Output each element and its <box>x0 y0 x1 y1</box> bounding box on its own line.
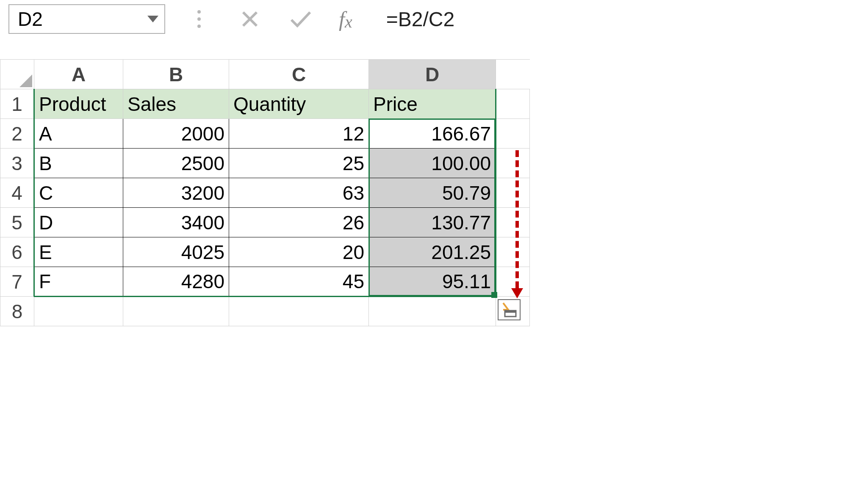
cell-C8[interactable] <box>229 297 369 326</box>
svg-point-1 <box>197 10 201 14</box>
fx-icon[interactable]: fx <box>339 7 361 31</box>
cell-A8[interactable] <box>34 297 123 326</box>
data-row-5: 5 D 3400 26 130.77 <box>0 208 530 237</box>
cell-B5[interactable]: 3400 <box>123 208 229 237</box>
cell-A3[interactable]: B <box>34 149 123 178</box>
row-hdr-3[interactable]: 3 <box>0 149 34 178</box>
row-hdr-4[interactable]: 4 <box>0 178 34 208</box>
svg-marker-0 <box>147 16 158 22</box>
name-box[interactable]: D2 <box>8 4 165 34</box>
cell-C2[interactable]: 12 <box>229 119 369 149</box>
formula-bar: D2 fx =B2/C2 <box>0 0 856 38</box>
cell-B4[interactable]: 3200 <box>123 178 229 208</box>
name-box-dropdown-icon[interactable] <box>147 5 159 33</box>
select-all-corner[interactable] <box>0 60 34 89</box>
data-row-6: 6 E 4025 20 201.25 <box>0 237 530 267</box>
col-hdr-C[interactable]: C <box>229 60 369 89</box>
cell-D7[interactable]: 95.11 <box>369 267 496 297</box>
cell-C7[interactable]: 45 <box>229 267 369 297</box>
svg-rect-7 <box>505 311 516 313</box>
column-header-row: A B C D <box>0 60 530 89</box>
cell-A6[interactable]: E <box>34 237 123 267</box>
blank-cell[interactable] <box>496 89 530 119</box>
cell-A7[interactable]: F <box>34 267 123 297</box>
data-row-7: 7 F 4280 45 95.11 <box>0 267 530 297</box>
cell-D8[interactable] <box>369 297 496 326</box>
row-hdr-5[interactable]: 5 <box>0 208 34 237</box>
row-hdr-8[interactable]: 8 <box>0 297 34 326</box>
cell-C4[interactable]: 63 <box>229 178 369 208</box>
cell-C3[interactable]: 25 <box>229 149 369 178</box>
cell-B7[interactable]: 4280 <box>123 267 229 297</box>
hdr-sales[interactable]: Sales <box>123 89 229 119</box>
cell-B3[interactable]: 2500 <box>123 149 229 178</box>
cell-reference: D2 <box>18 8 43 30</box>
col-hdr-B[interactable]: B <box>123 60 229 89</box>
data-row-1: 1 Product Sales Quantity Price <box>0 89 530 119</box>
confirm-formula-icon[interactable] <box>288 6 313 32</box>
cancel-formula-icon[interactable] <box>237 6 263 32</box>
vertical-grip-icon[interactable] <box>186 6 212 32</box>
cell-B8[interactable] <box>123 297 229 326</box>
col-hdr-blank[interactable] <box>496 60 530 89</box>
cell-C5[interactable]: 26 <box>229 208 369 237</box>
hdr-product[interactable]: Product <box>34 89 123 119</box>
cell-D5[interactable]: 130.77 <box>369 208 496 237</box>
drag-direction-arrow <box>513 150 521 298</box>
row-hdr-2[interactable]: 2 <box>0 119 34 149</box>
hdr-price[interactable]: Price <box>369 89 496 119</box>
data-row-4: 4 C 3200 63 50.79 <box>0 178 530 208</box>
cell-A4[interactable]: C <box>34 178 123 208</box>
cell-D4[interactable]: 50.79 <box>369 178 496 208</box>
cell-C6[interactable]: 20 <box>229 237 369 267</box>
formula-text: =B2/C2 <box>386 8 454 31</box>
cell-B6[interactable]: 4025 <box>123 237 229 267</box>
spreadsheet-grid[interactable]: A B C D 1 Product Sales Quantity Price 2… <box>0 59 530 326</box>
row-hdr-7[interactable]: 7 <box>0 267 34 297</box>
data-row-2: 2 A 2000 12 166.67 <box>0 119 530 149</box>
formula-bar-buttons: fx <box>178 4 369 34</box>
cell-A5[interactable]: D <box>34 208 123 237</box>
cell-D2[interactable]: 166.67 <box>369 119 496 149</box>
cell-D3[interactable]: 100.00 <box>369 149 496 178</box>
cell-D6[interactable]: 201.25 <box>369 237 496 267</box>
blank-cell[interactable] <box>496 119 530 149</box>
data-row-3: 3 B 2500 25 100.00 <box>0 149 530 178</box>
col-hdr-D[interactable]: D <box>369 60 496 89</box>
formula-input[interactable]: =B2/C2 <box>382 4 848 34</box>
cell-B2[interactable]: 2000 <box>123 119 229 149</box>
col-hdr-A[interactable]: A <box>34 60 123 89</box>
autofill-options-button[interactable] <box>498 299 521 320</box>
fill-handle[interactable] <box>491 292 497 298</box>
data-row-8: 8 <box>0 297 530 326</box>
hdr-quantity[interactable]: Quantity <box>229 89 369 119</box>
cell-A2[interactable]: A <box>34 119 123 149</box>
row-hdr-6[interactable]: 6 <box>0 237 34 267</box>
row-hdr-1[interactable]: 1 <box>0 89 34 119</box>
svg-point-2 <box>197 17 201 21</box>
svg-point-3 <box>197 25 201 28</box>
